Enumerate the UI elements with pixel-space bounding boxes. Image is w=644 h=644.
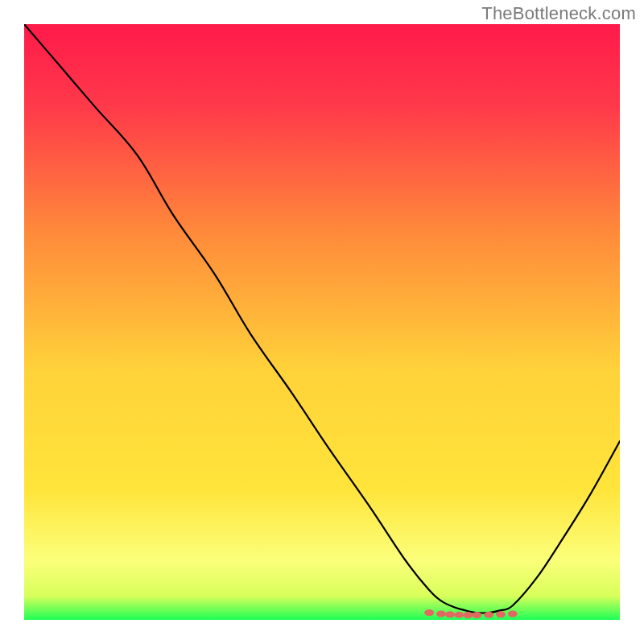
optimal-marker xyxy=(472,612,481,618)
plot-area xyxy=(24,24,620,620)
optimal-marker xyxy=(484,612,493,618)
chart-svg xyxy=(24,24,620,620)
chart-container: TheBottleneck.com xyxy=(0,0,644,644)
optimal-marker xyxy=(445,611,455,617)
optimal-marker xyxy=(496,611,506,617)
optimal-marker xyxy=(436,611,446,617)
optimal-marker xyxy=(424,609,434,616)
optimal-marker xyxy=(463,612,473,618)
optimal-marker xyxy=(508,611,518,617)
gradient-background xyxy=(24,24,620,620)
watermark-text: TheBottleneck.com xyxy=(481,3,636,24)
optimal-marker xyxy=(454,612,464,618)
